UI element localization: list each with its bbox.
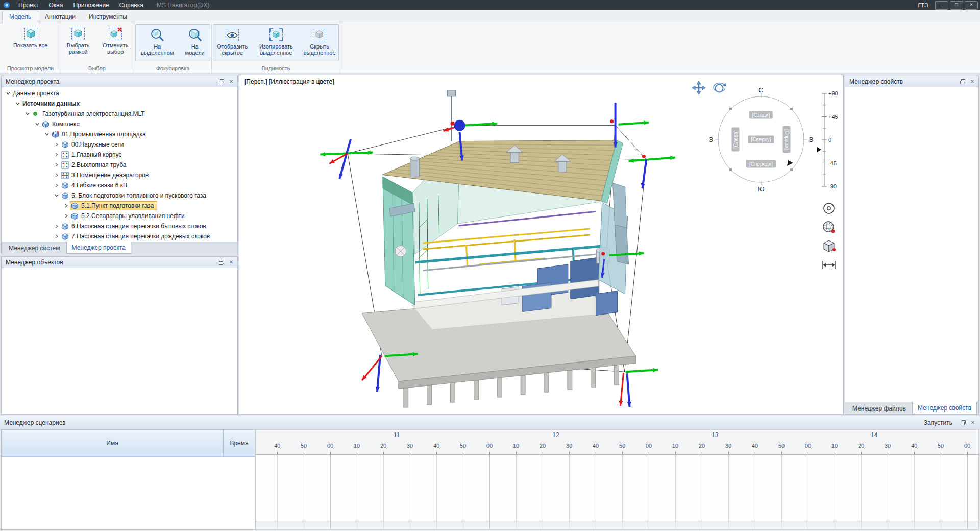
show-all-button[interactable]: Показать все: [12, 25, 48, 49]
expander-closed-icon[interactable]: [53, 173, 60, 178]
expander-open-icon[interactable]: [43, 132, 51, 137]
show-hidden-button[interactable]: Отобразить скрытое: [213, 26, 251, 56]
compass-face-right[interactable]: [Справа]: [783, 126, 791, 153]
zoom-model-button[interactable]: На модели: [180, 26, 210, 56]
grid-icon: [61, 161, 69, 169]
compass-north[interactable]: С: [758, 86, 763, 94]
show-hidden-icon: [225, 27, 240, 42]
ribbon-tab[interactable]: Аннотации: [38, 11, 82, 23]
expander-closed-icon[interactable]: [53, 152, 60, 157]
target-icon[interactable]: [821, 201, 837, 216]
viewport-3d[interactable]: [Персп.] [Иллюстрация в цвете] С: [239, 75, 844, 415]
compass-east[interactable]: В: [809, 136, 814, 143]
zoom-selected-button[interactable]: На выделенном: [136, 26, 179, 56]
float-panel-icon[interactable]: [959, 419, 967, 426]
tree-item[interactable]: Комплекс: [2, 119, 237, 129]
scenario-timeline[interactable]: 4050001020304050001020304050001020304050…: [255, 429, 979, 530]
compass-face-back[interactable]: [Сзади]: [749, 111, 773, 119]
timeline-minor-label: 20: [699, 443, 705, 449]
tree-item[interactable]: 5.2.Сепараторы улавливания нефти: [2, 211, 237, 221]
expander-closed-icon[interactable]: [53, 142, 60, 147]
dock-tab[interactable]: Менеджер свойств: [912, 402, 977, 414]
width-arrows-icon[interactable]: [821, 257, 837, 273]
timeline-minor-label: 10: [831, 443, 838, 449]
close-icon[interactable]: ✕: [227, 78, 235, 85]
maximize-button[interactable]: □: [950, 1, 963, 10]
run-scenario-button[interactable]: Запустить: [924, 419, 952, 426]
tree-item[interactable]: 2.Выхлопная труба: [2, 160, 237, 170]
expander-closed-icon[interactable]: [63, 203, 70, 208]
timeline-gridline: [781, 454, 782, 529]
tree-item[interactable]: 5. Блок подготовки топливного и пусковог…: [2, 190, 237, 201]
objects-manager-body: [2, 268, 237, 414]
tree-item[interactable]: 1.Главный корпус: [2, 150, 237, 160]
timeline-gridline: [410, 454, 410, 529]
ribbon-tab[interactable]: Модель: [2, 11, 38, 23]
dock-tab[interactable]: Менеджер проекта: [66, 242, 132, 254]
expander-open-icon[interactable]: [34, 122, 41, 127]
tree-item[interactable]: Газотурбинная электростанция.MLT: [2, 109, 237, 119]
cube-view-icon[interactable]: [821, 238, 837, 254]
cancel-select-button[interactable]: Отменить выбор: [97, 25, 134, 55]
expander-closed-icon[interactable]: [63, 213, 70, 219]
tree-item[interactable]: 5.1.Пункт подготовки газа: [2, 201, 237, 211]
compass-face-top[interactable]: [Сверху]: [748, 136, 774, 143]
dock-tab[interactable]: Менеджер систем: [4, 242, 65, 254]
ribbon-tab[interactable]: Инструменты: [82, 11, 134, 23]
elevation-label: +45: [828, 114, 838, 120]
view-compass[interactable]: С Ю З В [Сзади] [Сверху] [Спереди] [Слев…: [707, 86, 815, 193]
pan-icon[interactable]: [691, 80, 706, 95]
timeline-gridline: [357, 454, 357, 529]
timeline-minor-label: 30: [566, 443, 572, 449]
timeline-scroll-strip[interactable]: [256, 521, 978, 529]
float-panel-icon[interactable]: [959, 78, 967, 85]
isolate-button[interactable]: Изолировать выделенное: [252, 26, 300, 56]
expander-open-icon[interactable]: [14, 101, 21, 106]
menu-item[interactable]: Проект: [13, 1, 44, 10]
timeline-gridline: [277, 454, 278, 529]
expander-open-icon[interactable]: [24, 111, 31, 116]
dock-tab[interactable]: Менеджер файлов: [847, 402, 911, 414]
expander-closed-icon[interactable]: [53, 183, 60, 188]
timeline-hour-label: 11: [394, 431, 400, 439]
compass-west[interactable]: З: [709, 136, 713, 143]
model-icon: [61, 141, 69, 149]
sphere-icon[interactable]: [821, 220, 837, 235]
expander-closed-icon[interactable]: [53, 162, 60, 167]
expander-closed-icon[interactable]: [53, 234, 60, 239]
tree-item[interactable]: 00.Наружные сети: [2, 139, 237, 150]
minimize-button[interactable]: –: [935, 1, 948, 10]
hide-selected-button[interactable]: Скрыть выделенное: [301, 26, 338, 56]
float-panel-icon[interactable]: [217, 78, 226, 85]
compass-south[interactable]: Ю: [757, 185, 764, 193]
timeline-minor-label: 00: [964, 443, 970, 449]
select-frame-button[interactable]: Выбрать рамкой: [60, 25, 96, 55]
menu-item[interactable]: Окна: [44, 1, 68, 10]
menu-item[interactable]: Приложение: [68, 1, 114, 10]
tree-item[interactable]: Источники данных: [2, 99, 237, 109]
menu-item[interactable]: Справка: [114, 1, 149, 10]
grid-icon: [61, 151, 69, 159]
view-mode-label: [Персп.] [Иллюстрация в цвете]: [244, 78, 334, 85]
tree-item[interactable]: 3.Помещение деаэраторов: [2, 170, 237, 180]
timeline-minor-label: 30: [885, 443, 891, 449]
tree-item-label: Данные проекта: [13, 90, 59, 97]
tree-item[interactable]: 7.Насосная станция перекачки дождевых ст…: [2, 231, 237, 242]
float-panel-icon[interactable]: [217, 259, 226, 266]
tree-item-label: 4.Гибкие связи 6 кВ: [71, 182, 127, 189]
compass-face-left[interactable]: [Слева]: [732, 128, 740, 152]
close-button[interactable]: ✕: [965, 1, 978, 10]
show-all-icon: [23, 26, 38, 41]
tree-item[interactable]: 01.Промышленная площадка: [2, 129, 237, 139]
expander-open-icon[interactable]: [53, 193, 60, 198]
tree-item[interactable]: Данные проекта: [2, 88, 237, 99]
tree-item[interactable]: 6.Насосная станция перекачки бытовых сто…: [2, 221, 237, 231]
tree-item[interactable]: 4.Гибкие связи 6 кВ: [2, 180, 237, 190]
timeline-gridline: [888, 454, 888, 529]
close-icon[interactable]: ✕: [968, 78, 976, 85]
close-icon[interactable]: ✕: [969, 419, 977, 426]
expander-closed-icon[interactable]: [53, 224, 60, 229]
compass-face-front[interactable]: [Спереди]: [746, 160, 776, 168]
expander-open-icon[interactable]: [5, 91, 12, 96]
close-icon[interactable]: ✕: [227, 259, 235, 266]
